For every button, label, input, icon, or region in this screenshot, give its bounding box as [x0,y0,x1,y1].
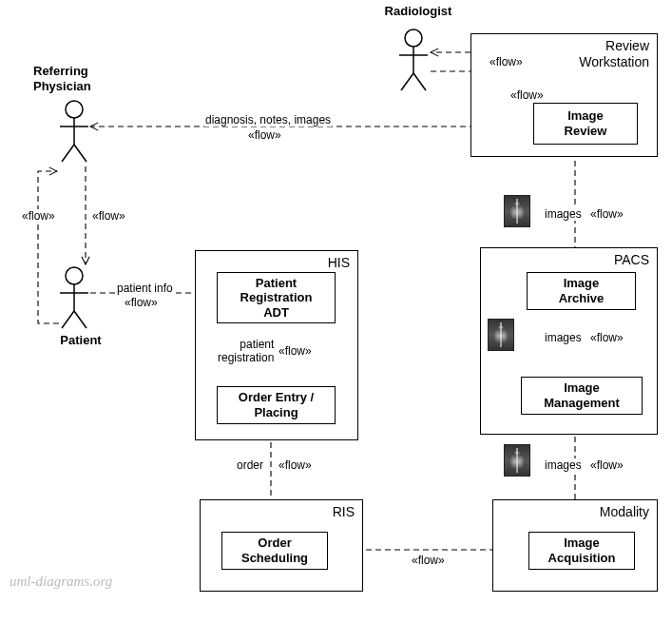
stereo-ris-modality: «flow» [411,554,446,567]
stereo-review-radiologist-1: «flow» [489,55,524,68]
svg-line-9 [74,145,86,162]
svg-point-10 [66,267,83,284]
svg-line-14 [74,311,86,328]
box-order-scheduling: Order Scheduling [221,532,328,570]
title-pacs: PACS [614,252,649,268]
stereo-images-1: «flow» [589,458,624,472]
stereo-patient-registration: «flow» [278,344,313,358]
svg-line-13 [62,311,74,328]
svg-line-3 [401,73,413,90]
title-ris: RIS [333,504,355,520]
container-ris: RIS Order Scheduling [200,499,363,592]
box-image-management: Image Management [521,377,643,415]
stereo-refphys-to-patient: «flow» [91,209,126,223]
stereo-order: «flow» [278,458,313,472]
box-order-entry: Order Entry / Placing [217,386,336,424]
label-order: order [236,458,264,472]
stereo-images-2: «flow» [589,331,624,344]
xray-icon [488,319,514,351]
watermark: uml-diagrams.org [10,574,112,590]
xray-icon [504,195,530,227]
stereo-patient-info: «flow» [124,296,159,309]
label-patient: Patient [48,333,114,348]
box-image-archive: Image Archive [527,272,636,310]
stereo-images-3: «flow» [589,207,624,221]
label-referring-physician: Referring Physician [33,64,119,93]
label-images-2: images [544,331,583,344]
label-patient-registration: patient registration [217,338,275,365]
xray-icon [504,444,530,477]
svg-line-4 [413,73,426,90]
actor-radiologist [399,29,428,90]
box-image-acquisition: Image Acquisition [528,532,635,570]
box-patient-registration: Patient Registration ADT [217,272,336,323]
svg-line-8 [62,145,74,162]
stereo-patient-to-refphys: «flow» [21,209,56,223]
actor-patient [60,267,88,328]
container-modality: Modality Image Acquisition [492,499,658,592]
box-image-review: Image Review [533,103,638,145]
container-review-workstation: Review Workstation Image Review [470,33,658,157]
flow-patient-to-refphys [38,171,59,323]
label-images-1: images [544,458,583,472]
svg-point-5 [66,101,83,118]
label-radiologist: Radiologist [375,4,461,19]
label-images-3: images [544,207,583,221]
label-diagnosis: diagnosis, notes, images [204,113,332,127]
actor-referring-physician [60,101,88,162]
stereo-review-radiologist-2: «flow» [509,88,545,102]
svg-point-0 [405,29,422,47]
title-his: HIS [328,255,350,271]
label-patient-info: patient info [116,282,174,295]
title-modality: Modality [600,504,649,520]
title-review-workstation: Review Workstation [579,38,649,70]
stereo-diagnosis: «flow» [247,128,282,142]
